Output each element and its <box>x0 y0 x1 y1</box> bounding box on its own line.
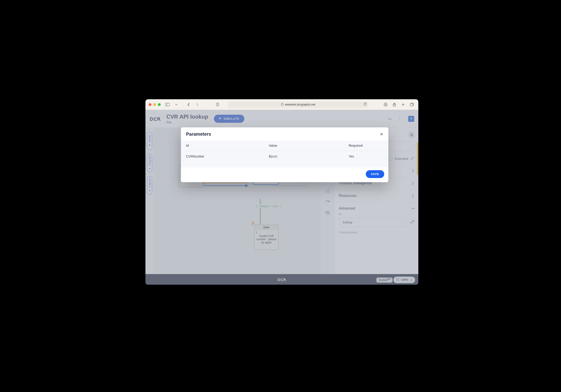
parameters-table: Id Value Required CVRNumber $(cvr) Yes <box>181 141 388 167</box>
browser-chrome: wwwtest.dcrgraphs.net <box>145 99 418 110</box>
minimize-window-icon[interactable] <box>153 103 156 106</box>
col-required: Required <box>348 144 383 147</box>
cell-value: $(cvr) <box>269 155 348 158</box>
chevron-down-icon[interactable] <box>173 102 180 107</box>
sidebar-toggle-icon[interactable] <box>164 102 171 107</box>
table-header-row: Id Value Required <box>185 141 385 151</box>
window-controls <box>149 103 161 106</box>
svg-rect-0 <box>166 103 170 106</box>
browser-window: wwwtest.dcrgraphs.net ᴅᴄʀ <box>145 99 418 285</box>
refresh-icon[interactable] <box>364 103 367 106</box>
app: ᴅᴄʀ CVR API lookup File SIMULATE sis ⋮ ? <box>145 110 418 285</box>
lock-icon <box>281 103 283 106</box>
modal-close-button[interactable]: ✕ <box>380 132 383 137</box>
svg-rect-6 <box>410 104 413 106</box>
tabs-icon[interactable] <box>409 102 415 107</box>
maximize-window-icon[interactable] <box>158 103 161 106</box>
forward-icon[interactable] <box>194 102 201 107</box>
new-tab-icon[interactable] <box>400 102 406 107</box>
share-icon[interactable] <box>391 102 398 107</box>
col-id: Id <box>186 144 269 147</box>
close-window-icon[interactable] <box>149 103 151 106</box>
table-row[interactable]: CVRNumber $(cvr) Yes <box>185 151 385 162</box>
cell-required: Yes <box>348 155 383 158</box>
shield-icon[interactable] <box>214 102 221 107</box>
downloads-icon[interactable] <box>382 102 389 107</box>
svg-rect-2 <box>281 104 283 105</box>
save-button[interactable]: SAVE <box>366 170 384 178</box>
parameters-modal: Parameters ✕ Id Value Required CVRNumber… <box>181 127 388 182</box>
address-text: wwwtest.dcrgraphs.net <box>285 103 315 106</box>
back-icon[interactable] <box>185 102 192 107</box>
col-value: Value <box>269 144 348 147</box>
cell-id: CVRNumber <box>186 155 269 158</box>
address-bar[interactable]: wwwtest.dcrgraphs.net <box>228 101 368 108</box>
modal-title: Parameters <box>186 132 211 137</box>
